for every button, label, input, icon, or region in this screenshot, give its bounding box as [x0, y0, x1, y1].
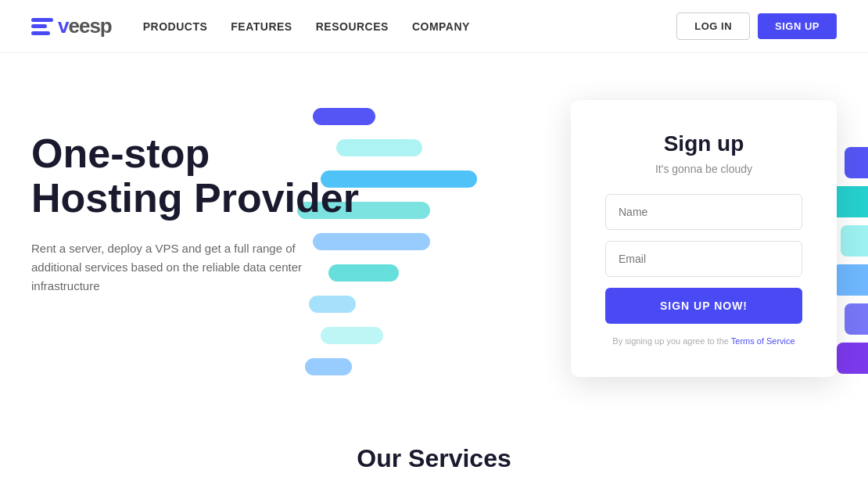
hero-title: One-stop Hosting Provider — [31, 131, 359, 221]
email-input[interactable] — [605, 241, 802, 277]
blob-right-4 — [833, 264, 868, 296]
hero-content: One-stop Hosting Provider Rent a server,… — [31, 100, 837, 377]
nav-resources[interactable]: RESOURCES — [316, 20, 389, 33]
hero-section: One-stop Hosting Provider Rent a server,… — [0, 53, 868, 421]
nav-right: LOG IN SIGN UP — [676, 13, 837, 40]
login-button[interactable]: LOG IN — [676, 13, 750, 40]
logo-stripe-1 — [31, 18, 53, 22]
services-section: Our Services Virtual Private Servers Ded… — [0, 421, 868, 488]
blob-right-3 — [841, 225, 868, 257]
logo-icon — [31, 18, 53, 35]
nav-products[interactable]: PRODUCTS — [143, 20, 208, 33]
hero-title-line1: One-stop — [31, 131, 210, 176]
nav-company[interactable]: COMPANY — [412, 20, 470, 33]
nav-links: PRODUCTS FEATURES RESOURCES COMPANY — [143, 20, 470, 33]
nav-left: veesp PRODUCTS FEATURES RESOURCES COMPAN… — [31, 14, 470, 38]
logo-stripe-3 — [31, 31, 50, 35]
name-input[interactable] — [605, 194, 802, 230]
services-title: Our Services — [31, 444, 837, 473]
terms-prefix-text: By signing up you agree to the — [612, 336, 730, 346]
hero-subtitle: Rent a server, deploy a VPS and get a fu… — [31, 239, 313, 296]
navbar: veesp PRODUCTS FEATURES RESOURCES COMPAN… — [0, 0, 868, 53]
logo-text: veesp — [58, 14, 112, 38]
hero-text: One-stop Hosting Provider Rent a server,… — [31, 100, 359, 296]
logo-stripe-2 — [31, 24, 47, 28]
terms-of-service-link[interactable]: Terms of Service — [731, 336, 795, 346]
signup-nav-button[interactable]: SIGN UP — [758, 13, 837, 39]
logo[interactable]: veesp — [31, 14, 112, 38]
blob-right-6 — [837, 343, 868, 374]
blob-right-1 — [845, 147, 868, 178]
signup-card: Sign up It's gonna be cloudy SIGN UP NOW… — [571, 100, 837, 377]
signup-now-button[interactable]: SIGN UP NOW! — [605, 288, 802, 324]
blob-right-5 — [845, 303, 868, 335]
nav-features[interactable]: FEATURES — [231, 20, 292, 33]
hero-title-line2: Hosting Provider — [31, 175, 359, 221]
signup-card-subtitle: It's gonna be cloudy — [605, 163, 802, 175]
signup-terms: By signing up you agree to the Terms of … — [605, 336, 802, 346]
signup-card-title: Sign up — [605, 131, 802, 156]
